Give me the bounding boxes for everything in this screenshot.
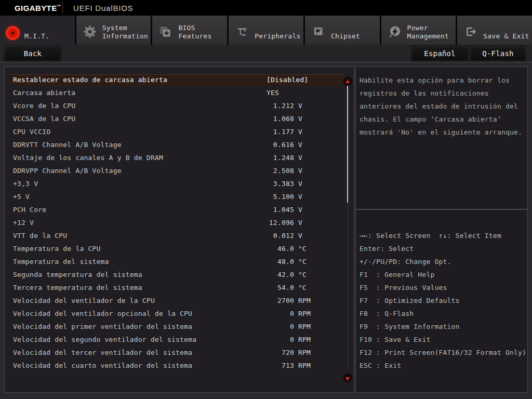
setting-value-number: 2.508 (253, 165, 294, 177)
setting-row[interactable]: Temperatura del sistema48.0°C (5, 256, 354, 269)
power-icon (387, 24, 403, 39)
tab-chipset[interactable]: Chipset (305, 16, 380, 45)
setting-label: Voltaje de los canales A y B de DRAM (13, 152, 163, 164)
setting-value-number: 0 (253, 334, 294, 345)
setting-label: Velocidad del ventilador de la CPU (13, 295, 155, 307)
setting-row[interactable]: DDRVPP Channel A/B Voltage2.508V (5, 165, 354, 178)
setting-value-number: 2700 (253, 295, 294, 307)
setting-label: Temperatura de la CPU (13, 243, 101, 255)
tab-bios-features[interactable]: BIOS Features (152, 16, 227, 45)
setting-row[interactable]: VCCSA de la CPU1.068V (5, 113, 354, 126)
qflash-button[interactable]: Q-Flash (470, 46, 526, 61)
help-line: mostrará 'No' en el siguiente arranque. (360, 126, 522, 139)
setting-value-unit: °C (298, 256, 307, 268)
setting-value-unit: V (298, 126, 302, 138)
setting-value-unit: V (298, 230, 302, 242)
setting-row[interactable]: Carcasa abiertaYES (5, 87, 354, 100)
setting-row[interactable]: Velocidad del ventilador de la CPU2700RP… (5, 295, 354, 308)
setting-label: CPU VCCIO (13, 126, 50, 138)
mit-red-dot-icon (6, 26, 20, 40)
info-panel-divider (356, 209, 527, 210)
info-panel: Habilite esta opción para borrar losregi… (355, 66, 528, 393)
setting-row[interactable]: Velocidad del segundo ventilador del sis… (5, 334, 354, 347)
tab-save-exit[interactable]: Save & Exit (457, 16, 532, 45)
setting-value: YES (267, 87, 279, 99)
language-button[interactable]: Español (411, 46, 469, 61)
setting-value-unit: °C (298, 282, 307, 294)
hotkey-line: →←: Select Screen ↑↓: Select Item (360, 229, 526, 242)
setting-row[interactable]: +12 V12.096V (5, 217, 354, 230)
bios-screen: GIGABYTE™ UEFI DualBIOS M.I.T.System Inf… (0, 0, 532, 399)
setting-value-unit: RPM (298, 295, 311, 307)
setting-value-unit: RPM (298, 334, 311, 345)
setting-row[interactable]: Velocidad del tercer ventilador del sist… (5, 347, 354, 360)
setting-label: Temperatura del sistema (13, 256, 109, 268)
scroll-down-icon[interactable] (343, 374, 352, 382)
setting-value-number: 1.068 (253, 113, 294, 125)
setting-value-unit: V (298, 165, 302, 177)
help-line: anteriores del estado de intrusión del (360, 100, 522, 113)
setting-value-unit: RPM (298, 347, 311, 358)
setting-value-unit: °C (298, 243, 307, 255)
up-arrow-icon (345, 79, 350, 83)
setting-label: Velocidad del ventilador opcional de la … (13, 308, 192, 320)
setting-value-unit: RPM (298, 360, 311, 371)
save-exit-icon (463, 24, 478, 39)
setting-label: Segunda temperatura del sistema (13, 269, 142, 281)
setting-row[interactable]: PCH Core1.045V (5, 204, 354, 217)
setting-row[interactable]: +5 V5.100V (5, 191, 354, 204)
setting-label: +3,3 V (13, 178, 38, 190)
tab-peripherals[interactable]: Peripherals (229, 16, 303, 45)
setting-row[interactable]: Segunda temperatura del sistema42.0°C (5, 269, 354, 282)
setting-row[interactable]: Velocidad del cuarto ventilador del sist… (5, 360, 354, 373)
setting-value-unit: V (298, 204, 302, 216)
tab-system-information[interactable]: System Information (76, 16, 151, 45)
setting-label: VTT de la CPU (13, 230, 67, 242)
hotkey-line: F12 : Print Screen(FAT16/32 Format Only) (360, 346, 526, 359)
setting-value-number: 48.0 (253, 256, 294, 268)
setting-value-unit: V (298, 178, 302, 190)
setting-value-unit: V (298, 191, 302, 203)
tab-label: Power Management (407, 24, 455, 41)
setting-value-number: 3.383 (253, 178, 294, 190)
setting-value-unit: V (298, 152, 302, 164)
setting-label: Restablecer estado de carcasa abierta (13, 74, 167, 86)
tab-power-management[interactable]: Power Management (381, 16, 456, 45)
setting-value-number: 1.177 (253, 126, 294, 138)
scrollbar-thumb[interactable] (347, 86, 348, 203)
setting-row[interactable]: Vcore de la CPU1.212V (5, 100, 354, 113)
scroll-up-icon[interactable] (343, 77, 352, 86)
hotkey-line: Enter: Select (360, 242, 526, 255)
peripherals-icon (234, 24, 250, 39)
setting-value-number: 54.0 (253, 282, 294, 294)
setting-label: Velocidad del segundo ventilador del sis… (13, 334, 196, 345)
setting-value-number: 46.0 (253, 243, 294, 255)
setting-row[interactable]: Voltaje de los canales A y B de DRAM1.24… (5, 152, 354, 165)
setting-value-unit: °C (298, 269, 307, 281)
hotkeys-legend: →←: Select Screen ↑↓: Select ItemEnter: … (360, 229, 526, 372)
setting-row[interactable]: Temperatura de la CPU46.0°C (5, 243, 354, 256)
back-button[interactable]: Back (4, 46, 61, 61)
help-text: Habilite esta opción para borrar losregi… (360, 74, 522, 139)
setting-label: PCH Core (13, 204, 46, 216)
setting-row[interactable]: Velocidad del ventilador opcional de la … (5, 308, 354, 321)
setting-value-number: 1.212 (253, 100, 294, 112)
setting-row[interactable]: Velocidad del primer ventilador del sist… (5, 321, 354, 334)
setting-row[interactable]: Tercera temperatura del sistema54.0°C (5, 282, 354, 295)
settings-panel: Restablecer estado de carcasa abierta[Di… (4, 66, 354, 393)
tab-m-i-t[interactable]: M.I.T. (0, 16, 75, 45)
setting-value-unit: V (298, 113, 302, 125)
tab-label: System Information (102, 24, 150, 41)
tab-label: Peripherals (255, 32, 302, 41)
setting-row[interactable]: VTT de la CPU0.012V (5, 230, 354, 243)
hotkey-line: F8 : Q-Flash (360, 307, 526, 320)
setting-row[interactable]: CPU VCCIO1.177V (5, 126, 354, 139)
help-line: registros de las notificaciones (360, 87, 522, 100)
tab-label: Chipset (331, 32, 379, 41)
setting-row[interactable]: DDRVTT Channel A/B Voltage0.616V (5, 139, 354, 152)
setting-label: Velocidad del cuarto ventilador del sist… (13, 360, 192, 371)
setting-row[interactable]: Restablecer estado de carcasa abierta[Di… (5, 74, 354, 87)
setting-row[interactable]: +3,3 V3.383V (5, 178, 354, 191)
hotkey-line: F9 : System Information (360, 320, 526, 333)
chipset-icon (311, 24, 326, 39)
